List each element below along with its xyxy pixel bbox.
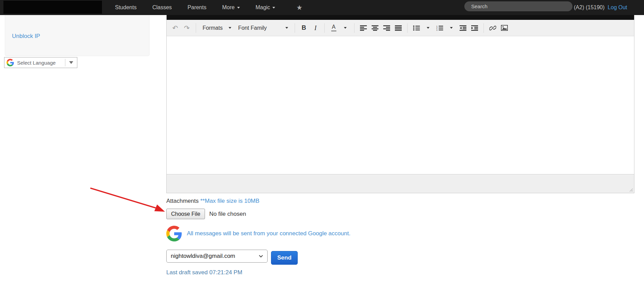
nav-item-label: Classes	[152, 4, 172, 11]
chevron-down-icon	[259, 255, 263, 258]
insert-image-button[interactable]	[499, 22, 510, 34]
align-center-icon	[372, 25, 378, 31]
draft-saved-status: Last draft saved 07:21:24 PM	[166, 269, 242, 276]
nav-item-students[interactable]: Students	[115, 4, 137, 11]
redo-icon: ↷	[184, 25, 190, 31]
caret-down-icon	[344, 27, 347, 29]
translate-label: Select Language	[17, 60, 65, 66]
bullet-list-caret-button[interactable]	[423, 22, 433, 34]
account-info: (A2) (15190)	[574, 4, 605, 11]
rich-text-editor: ↶ ↷ Formats Font Family B I A	[166, 15, 634, 193]
favorites-star-icon[interactable]: ★	[296, 0, 302, 15]
page: Students Classes Parents More Magic ★ (A…	[0, 0, 644, 290]
resize-handle[interactable]	[629, 188, 633, 192]
toolbar-separator	[324, 23, 325, 33]
account-area: (A2) (15190) Log Out	[574, 0, 627, 15]
nav-menu: Students Classes Parents More Magic	[115, 0, 275, 15]
attachments-label: Attachments	[166, 198, 199, 204]
align-center-button[interactable]	[370, 22, 380, 34]
align-right-button[interactable]	[382, 22, 392, 34]
toolbar-separator	[196, 23, 196, 33]
bullet-list-icon	[413, 25, 420, 31]
svg-text:3: 3	[436, 29, 438, 30]
bold-button[interactable]: B	[299, 22, 309, 34]
unblock-ip-link[interactable]: Unblock IP	[12, 33, 40, 40]
nav-item-label: More	[222, 4, 234, 11]
google-logo-icon	[7, 59, 14, 66]
attachments-row: Attachments **Max file size is 10MB	[166, 198, 259, 205]
nav-item-magic[interactable]: Magic	[256, 4, 275, 11]
caret-down-icon	[229, 27, 231, 29]
numbered-list-caret-button[interactable]	[446, 22, 456, 34]
nav-item-parents[interactable]: Parents	[188, 4, 206, 11]
align-left-icon	[360, 25, 367, 31]
send-row: nightowldiva@gmail.com Send	[166, 250, 298, 265]
top-nav: Students Classes Parents More Magic ★ (A…	[0, 0, 644, 15]
google-translate-widget[interactable]: Select Language	[4, 57, 77, 68]
send-button[interactable]: Send	[271, 251, 298, 265]
caret-down-icon	[69, 61, 73, 64]
google-notice-row: All messages will be sent from your conn…	[166, 226, 350, 241]
outdent-icon	[460, 25, 466, 31]
caret-down-icon	[285, 27, 288, 29]
text-color-icon: A	[331, 24, 336, 31]
italic-icon: I	[314, 24, 317, 32]
image-icon	[501, 25, 508, 31]
font-family-label: Font Family	[238, 25, 267, 31]
editor-toolbar: ↶ ↷ Formats Font Family B I A	[167, 20, 634, 36]
insert-link-button[interactable]	[488, 22, 498, 34]
text-color-button[interactable]: A	[329, 22, 339, 34]
caret-down-icon	[450, 27, 453, 29]
max-file-size-note: **Max file size is 10MB	[200, 198, 259, 204]
align-left-button[interactable]	[358, 22, 369, 34]
choose-file-button[interactable]: Choose File	[166, 209, 205, 219]
toolbar-separator	[484, 23, 484, 33]
no-file-chosen-text: No file chosen	[209, 211, 246, 218]
red-arrow-annotation	[86, 185, 169, 217]
sidebar-panel: Unblock IP	[5, 15, 150, 56]
caret-down-icon	[272, 7, 275, 9]
google-logo-icon	[166, 226, 182, 241]
divider	[65, 59, 65, 66]
indent-button[interactable]	[469, 22, 480, 34]
caret-down-icon	[427, 27, 429, 29]
toolbar-separator	[295, 23, 295, 33]
toolbar-separator	[407, 23, 408, 33]
selected-email: nightowldiva@gmail.com	[171, 253, 235, 260]
numbered-list-icon: 123	[436, 25, 443, 31]
formats-dropdown[interactable]: Formats	[200, 22, 234, 34]
link-icon	[489, 25, 496, 31]
outdent-button[interactable]	[458, 22, 468, 34]
redo-button[interactable]: ↷	[182, 22, 192, 34]
bullet-list-button[interactable]	[411, 22, 422, 34]
numbered-list-button[interactable]: 123	[435, 22, 445, 34]
undo-icon: ↶	[172, 25, 178, 31]
indent-icon	[471, 25, 478, 31]
bold-icon: B	[302, 24, 306, 31]
search-box	[464, 1, 572, 11]
file-input-row: Choose File No file chosen	[166, 209, 246, 219]
redacted-logo	[3, 1, 102, 14]
text-color-caret-button[interactable]	[340, 22, 350, 34]
nav-item-label: Students	[115, 4, 137, 11]
editor-statusbar	[167, 174, 634, 193]
caret-down-icon	[237, 7, 240, 9]
nav-item-label: Parents	[188, 4, 206, 11]
nav-item-more[interactable]: More	[222, 4, 240, 11]
logout-link[interactable]: Log Out	[608, 4, 627, 11]
google-notice-text: All messages will be sent from your conn…	[187, 230, 350, 237]
nav-item-classes[interactable]: Classes	[152, 4, 172, 11]
from-account-select[interactable]: nightowldiva@gmail.com	[166, 250, 268, 263]
font-family-dropdown[interactable]: Font Family	[235, 22, 291, 34]
undo-button[interactable]: ↶	[170, 22, 180, 34]
search-input[interactable]	[464, 1, 572, 11]
italic-button[interactable]: I	[310, 22, 321, 34]
align-right-icon	[383, 25, 390, 31]
formats-label: Formats	[203, 25, 223, 31]
align-justify-icon	[395, 25, 402, 31]
toolbar-separator	[354, 23, 355, 33]
editor-top-strip	[167, 15, 634, 20]
editor-body[interactable]	[167, 36, 634, 174]
align-justify-button[interactable]	[393, 22, 403, 34]
nav-item-label: Magic	[256, 4, 270, 11]
